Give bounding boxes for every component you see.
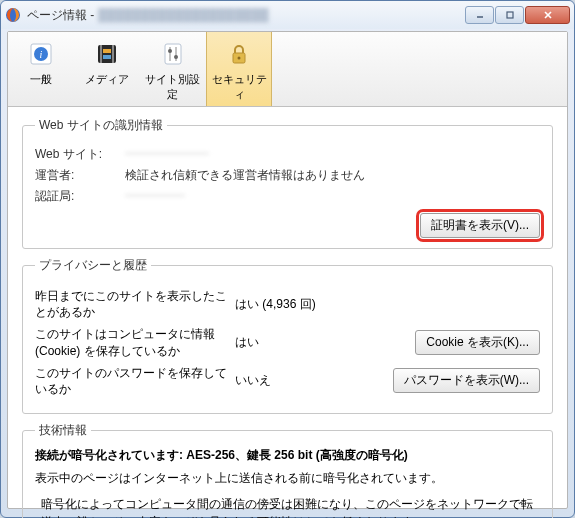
view-cookies-button[interactable]: Cookie を表示(K)... [415, 330, 540, 355]
ca-label: 認証局: [35, 188, 125, 205]
minimize-button[interactable] [465, 6, 494, 24]
tab-label: 一般 [10, 72, 71, 87]
view-passwords-button[interactable]: パスワードを表示(W)... [393, 368, 540, 393]
cookies-label: このサイトはコンピュータに情報 (Cookie) を保存しているか [35, 326, 235, 358]
tab-label: セキュリティ [209, 72, 269, 102]
svg-point-16 [168, 49, 172, 53]
passwords-label: このサイトのパスワードを保存しているか [35, 365, 235, 397]
svg-point-19 [238, 57, 241, 60]
close-button[interactable] [525, 6, 570, 24]
maximize-button[interactable] [495, 6, 524, 24]
identity-legend: Web サイトの識別情報 [35, 117, 167, 134]
window-title: ページ情報 - [27, 7, 94, 24]
info-icon: i [10, 38, 71, 70]
technical-legend: 技術情報 [35, 422, 91, 439]
encryption-body: 暗号化によってコンピュータ間の通信の傍受は困難になり、このページをネットワークで… [35, 495, 540, 518]
passwords-value: いいえ [235, 372, 345, 389]
svg-text:i: i [39, 49, 42, 60]
website-label: Web サイト: [35, 146, 125, 163]
tab-label: サイト別設定 [142, 72, 203, 102]
svg-point-17 [174, 55, 178, 59]
tab-label: メディア [76, 72, 137, 87]
encryption-sub: 表示中のページはインターネット上に送信される前に暗号化されています。 [35, 470, 540, 487]
tab-general[interactable]: i 一般 [8, 32, 74, 106]
svg-rect-12 [103, 55, 111, 59]
website-value: ――――――― [125, 146, 540, 160]
titlebar: ページ情報 - ████████████████████ [1, 1, 574, 29]
owner-value: 検証され信頼できる運営者情報はありません [125, 167, 540, 184]
sliders-icon [142, 38, 203, 70]
svg-rect-2 [507, 12, 513, 18]
identity-section: Web サイトの識別情報 Web サイト: ――――――― 運営者: 検証され信… [22, 117, 553, 249]
window-controls [465, 6, 570, 24]
tab-security[interactable]: セキュリティ [206, 32, 272, 106]
svg-rect-11 [103, 49, 111, 53]
tab-bar: i 一般 メディア サイト別設定 セキュリティ [8, 32, 567, 107]
technical-section: 技術情報 接続が暗号化されています: AES-256、鍵長 256 bit (高… [22, 422, 553, 518]
window: ページ情報 - ████████████████████ i 一般 メディア サ… [0, 0, 575, 518]
tab-permissions[interactable]: サイト別設定 [140, 32, 206, 106]
svg-rect-10 [112, 45, 114, 63]
privacy-section: プライバシーと履歴 昨日までにこのサイトを表示したことがあるか はい (4,93… [22, 257, 553, 414]
lock-icon [209, 38, 269, 70]
owner-label: 運営者: [35, 167, 125, 184]
visited-value: はい (4,936 回) [235, 296, 345, 313]
view-certificate-button[interactable]: 証明書を表示(V)... [420, 213, 540, 238]
svg-rect-9 [100, 45, 102, 63]
visited-label: 昨日までにこのサイトを表示したことがあるか [35, 288, 235, 320]
ca-value: ――――― [125, 188, 540, 202]
content-area: i 一般 メディア サイト別設定 セキュリティ Web サイトの識別情報 Web… [7, 31, 568, 509]
tab-media[interactable]: メディア [74, 32, 140, 106]
privacy-legend: プライバシーと履歴 [35, 257, 151, 274]
firefox-icon [5, 7, 21, 23]
svg-rect-13 [165, 44, 181, 64]
security-pane: Web サイトの識別情報 Web サイト: ――――――― 運営者: 検証され信… [8, 107, 567, 518]
window-title-url: ████████████████████ [98, 8, 268, 22]
media-icon [76, 38, 137, 70]
cookies-value: はい [235, 334, 345, 351]
encryption-headline: 接続が暗号化されています: AES-256、鍵長 256 bit (高強度の暗号… [35, 447, 540, 464]
